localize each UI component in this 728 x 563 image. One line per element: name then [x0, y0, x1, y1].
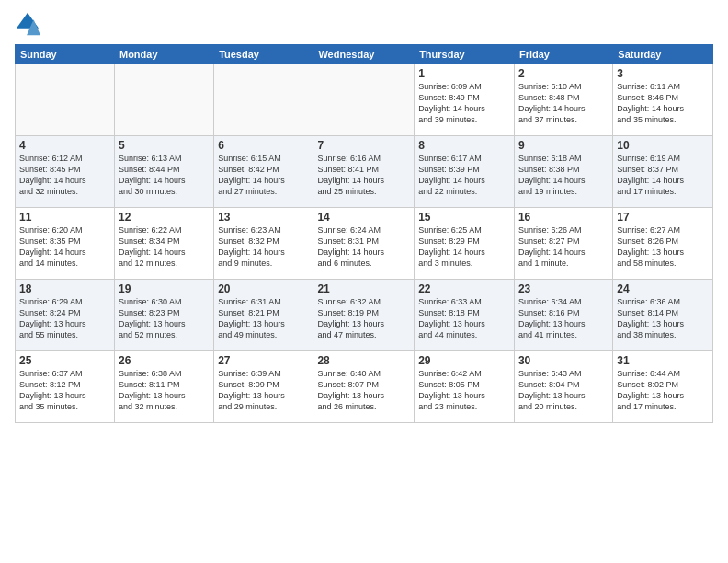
calendar-cell: 31Sunrise: 6:44 AM Sunset: 8:02 PM Dayli…	[613, 351, 713, 423]
day-number: 17	[617, 211, 709, 224]
day-info: Sunrise: 6:26 AM Sunset: 8:27 PM Dayligh…	[518, 224, 609, 270]
calendar-cell: 26Sunrise: 6:38 AM Sunset: 8:11 PM Dayli…	[114, 351, 213, 423]
calendar-cell: 28Sunrise: 6:40 AM Sunset: 8:07 PM Dayli…	[313, 351, 415, 423]
calendar-cell: 15Sunrise: 6:25 AM Sunset: 8:29 PM Dayli…	[415, 208, 515, 280]
calendar-cell: 17Sunrise: 6:27 AM Sunset: 8:26 PM Dayli…	[613, 208, 713, 280]
day-number: 8	[418, 139, 510, 152]
calendar-cell: 14Sunrise: 6:24 AM Sunset: 8:31 PM Dayli…	[313, 208, 415, 280]
logo-icon	[15, 11, 40, 37]
day-number: 24	[617, 282, 709, 295]
calendar-cell: 2Sunrise: 6:10 AM Sunset: 8:48 PM Daylig…	[514, 64, 612, 136]
day-info: Sunrise: 6:31 AM Sunset: 8:21 PM Dayligh…	[218, 296, 309, 341]
calendar-cell: 4Sunrise: 6:12 AM Sunset: 8:45 PM Daylig…	[16, 136, 115, 208]
day-number: 2	[518, 67, 609, 80]
day-header-thursday: Thursday	[415, 45, 515, 64]
calendar-cell: 19Sunrise: 6:30 AM Sunset: 8:23 PM Dayli…	[114, 280, 213, 351]
day-info: Sunrise: 6:23 AM Sunset: 8:32 PM Dayligh…	[218, 224, 309, 270]
day-info: Sunrise: 6:13 AM Sunset: 8:44 PM Dayligh…	[119, 153, 210, 198]
day-info: Sunrise: 6:29 AM Sunset: 8:24 PM Dayligh…	[19, 296, 110, 341]
day-info: Sunrise: 6:32 AM Sunset: 8:19 PM Dayligh…	[317, 296, 410, 341]
day-number: 29	[418, 354, 510, 367]
day-number: 4	[19, 139, 110, 152]
calendar-week-row: 18Sunrise: 6:29 AM Sunset: 8:24 PM Dayli…	[16, 280, 713, 351]
calendar-cell: 7Sunrise: 6:16 AM Sunset: 8:41 PM Daylig…	[313, 136, 415, 208]
calendar-cell: 9Sunrise: 6:18 AM Sunset: 8:38 PM Daylig…	[514, 136, 612, 208]
day-number: 18	[19, 282, 110, 295]
day-number: 16	[518, 211, 609, 224]
calendar-body: 1Sunrise: 6:09 AM Sunset: 8:49 PM Daylig…	[16, 64, 713, 423]
day-number: 31	[617, 354, 709, 367]
day-info: Sunrise: 6:22 AM Sunset: 8:34 PM Dayligh…	[119, 224, 210, 270]
calendar-week-row: 25Sunrise: 6:37 AM Sunset: 8:12 PM Dayli…	[16, 351, 713, 423]
day-number: 22	[418, 282, 510, 295]
day-header-sunday: Sunday	[16, 45, 115, 64]
day-info: Sunrise: 6:39 AM Sunset: 8:09 PM Dayligh…	[218, 368, 309, 413]
day-info: Sunrise: 6:40 AM Sunset: 8:07 PM Dayligh…	[317, 368, 410, 413]
day-header-tuesday: Tuesday	[214, 45, 313, 64]
calendar-cell	[214, 64, 313, 136]
day-number: 28	[317, 354, 410, 367]
calendar-week-row: 11Sunrise: 6:20 AM Sunset: 8:35 PM Dayli…	[16, 208, 713, 280]
calendar-cell: 20Sunrise: 6:31 AM Sunset: 8:21 PM Dayli…	[214, 280, 313, 351]
day-info: Sunrise: 6:34 AM Sunset: 8:16 PM Dayligh…	[518, 296, 609, 341]
day-header-wednesday: Wednesday	[313, 45, 415, 64]
calendar-cell: 6Sunrise: 6:15 AM Sunset: 8:42 PM Daylig…	[214, 136, 313, 208]
calendar-week-row: 1Sunrise: 6:09 AM Sunset: 8:49 PM Daylig…	[16, 64, 713, 136]
day-info: Sunrise: 6:16 AM Sunset: 8:41 PM Dayligh…	[317, 153, 410, 198]
day-number: 11	[19, 211, 110, 224]
day-number: 25	[19, 354, 110, 367]
calendar-cell: 21Sunrise: 6:32 AM Sunset: 8:19 PM Dayli…	[313, 280, 415, 351]
calendar-week-row: 4Sunrise: 6:12 AM Sunset: 8:45 PM Daylig…	[16, 136, 713, 208]
day-info: Sunrise: 6:17 AM Sunset: 8:39 PM Dayligh…	[418, 153, 510, 198]
day-info: Sunrise: 6:25 AM Sunset: 8:29 PM Dayligh…	[418, 224, 510, 270]
day-info: Sunrise: 6:24 AM Sunset: 8:31 PM Dayligh…	[317, 224, 410, 270]
day-info: Sunrise: 6:10 AM Sunset: 8:48 PM Dayligh…	[518, 81, 609, 126]
day-number: 20	[218, 282, 309, 295]
calendar-cell: 25Sunrise: 6:37 AM Sunset: 8:12 PM Dayli…	[16, 351, 115, 423]
day-info: Sunrise: 6:18 AM Sunset: 8:38 PM Dayligh…	[518, 153, 609, 198]
day-info: Sunrise: 6:33 AM Sunset: 8:18 PM Dayligh…	[418, 296, 510, 341]
calendar-cell: 29Sunrise: 6:42 AM Sunset: 8:05 PM Dayli…	[415, 351, 515, 423]
day-header-monday: Monday	[114, 45, 213, 64]
day-info: Sunrise: 6:20 AM Sunset: 8:35 PM Dayligh…	[19, 224, 110, 270]
calendar-cell: 18Sunrise: 6:29 AM Sunset: 8:24 PM Dayli…	[16, 280, 115, 351]
calendar-cell: 1Sunrise: 6:09 AM Sunset: 8:49 PM Daylig…	[415, 64, 515, 136]
day-number: 27	[218, 354, 309, 367]
day-info: Sunrise: 6:43 AM Sunset: 8:04 PM Dayligh…	[518, 368, 609, 413]
calendar-cell: 13Sunrise: 6:23 AM Sunset: 8:32 PM Dayli…	[214, 208, 313, 280]
day-number: 21	[317, 282, 410, 295]
logo	[15, 11, 44, 37]
day-number: 14	[317, 211, 410, 224]
day-number: 6	[218, 139, 309, 152]
day-info: Sunrise: 6:36 AM Sunset: 8:14 PM Dayligh…	[617, 296, 709, 341]
calendar-cell: 12Sunrise: 6:22 AM Sunset: 8:34 PM Dayli…	[114, 208, 213, 280]
day-info: Sunrise: 6:19 AM Sunset: 8:37 PM Dayligh…	[617, 153, 709, 198]
day-number: 5	[119, 139, 210, 152]
day-number: 10	[617, 139, 709, 152]
calendar-cell: 16Sunrise: 6:26 AM Sunset: 8:27 PM Dayli…	[514, 208, 612, 280]
day-header-saturday: Saturday	[613, 45, 713, 64]
day-info: Sunrise: 6:12 AM Sunset: 8:45 PM Dayligh…	[19, 153, 110, 198]
calendar-cell: 8Sunrise: 6:17 AM Sunset: 8:39 PM Daylig…	[415, 136, 515, 208]
day-number: 9	[518, 139, 609, 152]
day-info: Sunrise: 6:15 AM Sunset: 8:42 PM Dayligh…	[218, 153, 309, 198]
day-info: Sunrise: 6:27 AM Sunset: 8:26 PM Dayligh…	[617, 224, 709, 270]
day-info: Sunrise: 6:44 AM Sunset: 8:02 PM Dayligh…	[617, 368, 709, 413]
calendar-cell: 22Sunrise: 6:33 AM Sunset: 8:18 PM Dayli…	[415, 280, 515, 351]
day-number: 12	[119, 211, 210, 224]
day-header-friday: Friday	[514, 45, 612, 64]
day-info: Sunrise: 6:11 AM Sunset: 8:46 PM Dayligh…	[617, 81, 709, 126]
calendar-cell	[16, 64, 115, 136]
calendar-cell: 30Sunrise: 6:43 AM Sunset: 8:04 PM Dayli…	[514, 351, 612, 423]
day-number: 26	[119, 354, 210, 367]
day-number: 1	[418, 67, 510, 80]
day-number: 15	[418, 211, 510, 224]
calendar-cell: 5Sunrise: 6:13 AM Sunset: 8:44 PM Daylig…	[114, 136, 213, 208]
header-row: SundayMondayTuesdayWednesdayThursdayFrid…	[16, 45, 713, 64]
calendar-cell: 11Sunrise: 6:20 AM Sunset: 8:35 PM Dayli…	[16, 208, 115, 280]
day-info: Sunrise: 6:30 AM Sunset: 8:23 PM Dayligh…	[119, 296, 210, 341]
day-info: Sunrise: 6:37 AM Sunset: 8:12 PM Dayligh…	[19, 368, 110, 413]
day-number: 13	[218, 211, 309, 224]
calendar-cell: 3Sunrise: 6:11 AM Sunset: 8:46 PM Daylig…	[613, 64, 713, 136]
day-info: Sunrise: 6:09 AM Sunset: 8:49 PM Dayligh…	[418, 81, 510, 126]
